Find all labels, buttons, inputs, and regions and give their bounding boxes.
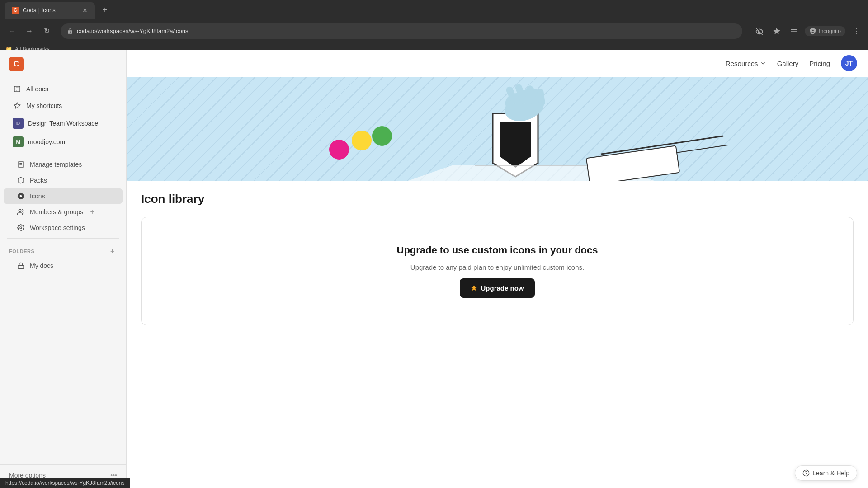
svg-point-10 — [19, 209, 21, 211]
upgrade-title: Upgrade to use custom icons in your docs — [397, 244, 598, 256]
svg-point-13 — [329, 140, 349, 160]
browser-tab[interactable]: C Coda | Icons ✕ — [5, 2, 95, 19]
workspace-d-avatar: D — [13, 118, 24, 129]
sidebar-item-workspace-settings[interactable]: Workspace settings — [4, 220, 123, 235]
status-bar: https://coda.io/workspaces/ws-YgKJ8fam2a… — [0, 478, 130, 488]
sidebar-nav: All docs My shortcuts D Design Team Work… — [0, 79, 126, 276]
settings-icon — [16, 223, 25, 232]
coda-logo[interactable]: C — [9, 57, 24, 71]
sidebar-item-workspace-d[interactable]: D Design Team Workspace — [4, 114, 123, 132]
user-avatar[interactable]: JT — [841, 55, 857, 71]
sidebar-item-packs[interactable]: Packs — [4, 173, 123, 188]
new-tab-button[interactable]: + — [99, 4, 111, 17]
upgrade-now-button[interactable]: ★ Upgrade now — [460, 278, 534, 298]
status-url: https://coda.io/workspaces/ws-YgKJ8fam2a… — [5, 480, 124, 486]
workspace-settings-label: Workspace settings — [30, 224, 85, 231]
back-button[interactable]: ← — [5, 24, 19, 38]
chevron-down-icon — [760, 60, 766, 66]
address-bar[interactable]: coda.io/workspaces/ws-YgKJ8fam2a/icons — [61, 23, 742, 39]
sidebar-item-shortcuts[interactable]: My shortcuts — [4, 98, 123, 114]
incognito-badge: Incognito — [805, 26, 845, 36]
upgrade-card: Upgrade to use custom icons in your docs… — [141, 217, 854, 325]
tab-close-button[interactable]: ✕ — [82, 7, 88, 14]
sidebar-divider-1 — [7, 154, 119, 154]
browser-controls: ← → ↻ coda.io/workspaces/ws-YgKJ8fam2a/i… — [0, 20, 868, 42]
upgrade-btn-label: Upgrade now — [481, 284, 524, 292]
my-docs-icon — [16, 261, 25, 270]
icons-icon — [16, 192, 25, 201]
members-icon — [16, 207, 25, 216]
packs-icon — [16, 176, 25, 185]
folders-add-button[interactable]: + — [108, 247, 117, 256]
my-docs-label: My docs — [30, 262, 53, 269]
svg-point-11 — [20, 227, 22, 229]
content-body: Icon library Upgrade to use custom icons… — [127, 181, 868, 336]
browser-right-icons: Incognito ⋮ — [753, 25, 863, 38]
hero-illustration — [127, 77, 868, 181]
tab-favicon: C — [12, 7, 19, 14]
page-title: Icon library — [141, 192, 854, 206]
content-area: Icon library Upgrade to use custom icons… — [127, 77, 868, 488]
forward-button[interactable]: → — [23, 24, 36, 38]
shortcuts-label: My shortcuts — [26, 102, 62, 109]
workspace-m-label: moodjoy.com — [28, 138, 65, 145]
sidebar: C All docs My shortcuts D — [0, 50, 127, 488]
nav-pricing[interactable]: Pricing — [809, 60, 830, 67]
url-text: coda.io/workspaces/ws-YgKJ8fam2a/icons — [77, 28, 736, 34]
sidebar-item-members[interactable]: Members & groups + — [4, 204, 123, 220]
svg-rect-27 — [586, 145, 679, 181]
svg-point-14 — [352, 131, 372, 150]
manage-templates-label: Manage templates — [30, 161, 82, 168]
workspace-m-avatar: M — [13, 136, 24, 147]
nav-resources[interactable]: Resources — [726, 60, 766, 67]
svg-rect-12 — [18, 265, 24, 268]
all-docs-label: All docs — [26, 85, 48, 93]
members-label: Members & groups — [30, 208, 83, 216]
svg-point-9 — [19, 195, 22, 197]
folders-label: FOLDERS — [9, 249, 34, 254]
workspace-d-label: Design Team Workspace — [28, 120, 98, 127]
sidebar-item-icons[interactable]: Icons — [4, 188, 123, 204]
reload-button[interactable]: ↻ — [40, 24, 53, 38]
svg-point-15 — [372, 126, 392, 146]
sidebar-toggle-icon[interactable] — [788, 25, 800, 38]
star-icon: ★ — [471, 284, 477, 292]
sidebar-item-all-docs[interactable]: All docs — [4, 81, 123, 97]
svg-marker-4 — [14, 103, 20, 108]
sidebar-item-manage-templates[interactable]: Manage templates — [4, 157, 123, 172]
lock-icon — [67, 28, 73, 34]
icons-label: Icons — [30, 192, 45, 200]
members-add-button[interactable]: + — [88, 207, 97, 216]
tab-title: Coda | Icons — [23, 7, 56, 14]
browser-chrome: C Coda | Icons ✕ + ← → ↻ coda.io/workspa… — [0, 0, 868, 50]
all-docs-icon — [13, 84, 22, 94]
main-content: Resources Gallery Pricing JT — [127, 50, 868, 488]
eye-slash-icon[interactable] — [753, 25, 766, 38]
nav-gallery[interactable]: Gallery — [777, 60, 799, 67]
hero-banner — [127, 77, 868, 181]
sidebar-item-workspace-m[interactable]: M moodjoy.com — [4, 133, 123, 151]
shortcuts-icon — [13, 101, 22, 110]
help-circle-icon — [802, 469, 810, 477]
star-icon[interactable] — [770, 25, 783, 38]
top-nav: Resources Gallery Pricing JT — [127, 50, 868, 77]
manage-templates-icon — [16, 160, 25, 169]
sidebar-item-my-docs[interactable]: My docs — [4, 258, 123, 273]
sidebar-divider-2 — [7, 238, 119, 239]
app-container: C All docs My shortcuts D — [0, 50, 868, 488]
bottom-bar: Learn & Help — [784, 458, 868, 488]
folders-header: FOLDERS + — [0, 241, 126, 258]
learn-help-button[interactable]: Learn & Help — [795, 465, 857, 481]
menu-icon[interactable]: ⋮ — [850, 25, 863, 38]
learn-help-label: Learn & Help — [812, 469, 849, 477]
upgrade-desc: Upgrade to any paid plan to enjoy unlimi… — [410, 263, 584, 271]
browser-title-bar: C Coda | Icons ✕ + — [0, 0, 868, 20]
sidebar-logo-area: C — [0, 50, 126, 79]
packs-label: Packs — [30, 177, 47, 184]
